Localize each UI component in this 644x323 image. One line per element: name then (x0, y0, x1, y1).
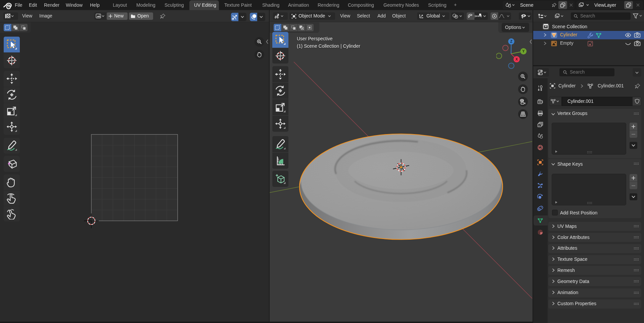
svg-text:X: X (515, 57, 518, 61)
svg-text:Y: Y (522, 49, 524, 53)
svg-text:Z: Z (510, 39, 512, 43)
